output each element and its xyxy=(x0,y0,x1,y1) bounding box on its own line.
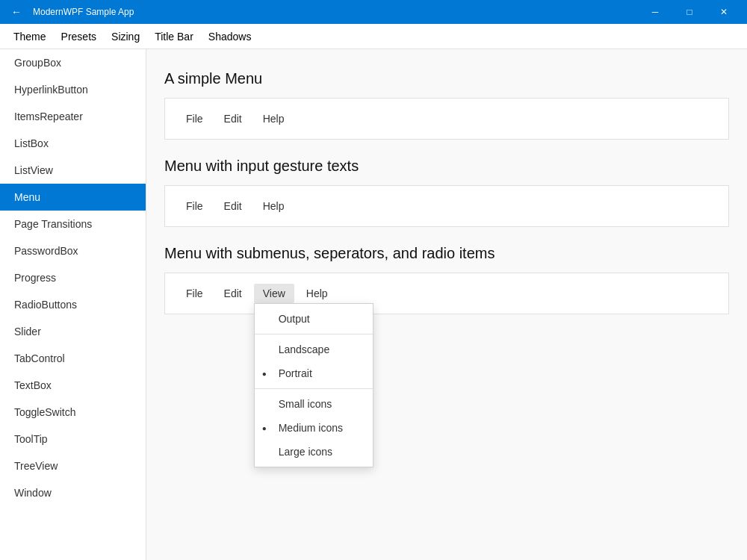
dropdown-large-icons[interactable]: Large icons xyxy=(255,440,373,464)
dropdown-landscape[interactable]: Landscape xyxy=(255,337,373,361)
sidebar-item-menu[interactable]: Menu xyxy=(0,184,146,211)
section3-title: Menu with submenus, seperators, and radi… xyxy=(164,245,729,262)
sidebar-item-tabcontrol[interactable]: TabControl xyxy=(0,345,146,372)
gesture-menu-edit[interactable]: Edit xyxy=(215,196,251,216)
view-dropdown: Output Landscape Portrait Small icons Me… xyxy=(254,303,374,467)
sidebar-item-toggleswitch[interactable]: ToggleSwitch xyxy=(0,399,146,426)
sidebar-item-pagetransitions[interactable]: Page Transitions xyxy=(0,211,146,237)
sidebar-item-slider[interactable]: Slider xyxy=(0,318,146,345)
dropdown-portrait[interactable]: Portrait xyxy=(255,361,373,385)
top-menu-titlebar[interactable]: Title Bar xyxy=(147,26,201,47)
content-area: A simple Menu File Edit Help Menu with i… xyxy=(146,49,747,560)
section1-demo: File Edit Help xyxy=(164,98,729,140)
main-layout: GroupBox HyperlinkButton ItemsRepeater L… xyxy=(0,49,747,560)
section2-demo: File Edit Help xyxy=(164,185,729,227)
simple-menu-bar: File Edit Help xyxy=(177,109,716,128)
section2-title: Menu with input gesture texts xyxy=(164,158,729,175)
sidebar: GroupBox HyperlinkButton ItemsRepeater L… xyxy=(0,49,146,560)
submenu-edit[interactable]: Edit xyxy=(215,284,251,303)
separator1 xyxy=(255,334,373,335)
sidebar-item-listview[interactable]: ListView xyxy=(0,157,146,184)
top-menu-theme[interactable]: Theme xyxy=(6,26,54,47)
sidebar-item-progress[interactable]: Progress xyxy=(0,264,146,291)
minimize-button[interactable]: ─ xyxy=(638,0,672,24)
sidebar-item-textbox[interactable]: TextBox xyxy=(0,372,146,399)
top-menu-sizing[interactable]: Sizing xyxy=(104,26,147,47)
sidebar-item-listbox[interactable]: ListBox xyxy=(0,130,146,157)
title-bar: ← ModernWPF Sample App ─ □ ✕ xyxy=(0,0,747,24)
section1-title: A simple Menu xyxy=(164,70,729,87)
top-menu-shadows[interactable]: Shadows xyxy=(201,26,259,47)
sidebar-item-hyperlinkbutton[interactable]: HyperlinkButton xyxy=(0,76,146,103)
close-button[interactable]: ✕ xyxy=(707,0,741,24)
sidebar-item-treeview[interactable]: TreeView xyxy=(0,452,146,479)
gesture-menu-bar: File Edit Help xyxy=(177,196,716,216)
top-menu-bar: Theme Presets Sizing Title Bar Shadows xyxy=(0,24,747,49)
gesture-menu-file[interactable]: File xyxy=(177,196,212,216)
sidebar-item-itemsrepeater[interactable]: ItemsRepeater xyxy=(0,103,146,130)
dropdown-output[interactable]: Output xyxy=(255,307,373,331)
top-menu-presets[interactable]: Presets xyxy=(54,26,104,47)
submenu-menu-bar: File Edit View Output Landscape Portrait… xyxy=(177,284,716,303)
submenu-view[interactable]: View xyxy=(254,284,294,303)
submenu-help[interactable]: Help xyxy=(297,284,337,303)
sidebar-item-radiobuttons[interactable]: RadioButtons xyxy=(0,291,146,318)
section3-demo: File Edit View Output Landscape Portrait… xyxy=(164,273,729,314)
window-controls: ─ □ ✕ xyxy=(638,0,741,24)
maximize-button[interactable]: □ xyxy=(672,0,707,24)
sidebar-item-passwordbox[interactable]: PasswordBox xyxy=(0,237,146,264)
simple-menu-help[interactable]: Help xyxy=(254,109,294,128)
sidebar-item-groupbox[interactable]: GroupBox xyxy=(0,49,146,76)
sidebar-item-window[interactable]: Window xyxy=(0,479,146,506)
gesture-menu-help[interactable]: Help xyxy=(254,196,294,216)
submenu-file[interactable]: File xyxy=(177,284,212,303)
app-title: ModernWPF Sample App xyxy=(33,7,638,17)
simple-menu-file[interactable]: File xyxy=(177,109,212,128)
back-button[interactable]: ← xyxy=(6,1,27,22)
dropdown-medium-icons[interactable]: Medium icons xyxy=(255,416,373,440)
sidebar-item-tooltip[interactable]: ToolTip xyxy=(0,426,146,452)
submenu-view-container: View Output Landscape Portrait Small ico… xyxy=(254,284,294,303)
dropdown-small-icons[interactable]: Small icons xyxy=(255,392,373,416)
separator2 xyxy=(255,388,373,389)
simple-menu-edit[interactable]: Edit xyxy=(215,109,251,128)
